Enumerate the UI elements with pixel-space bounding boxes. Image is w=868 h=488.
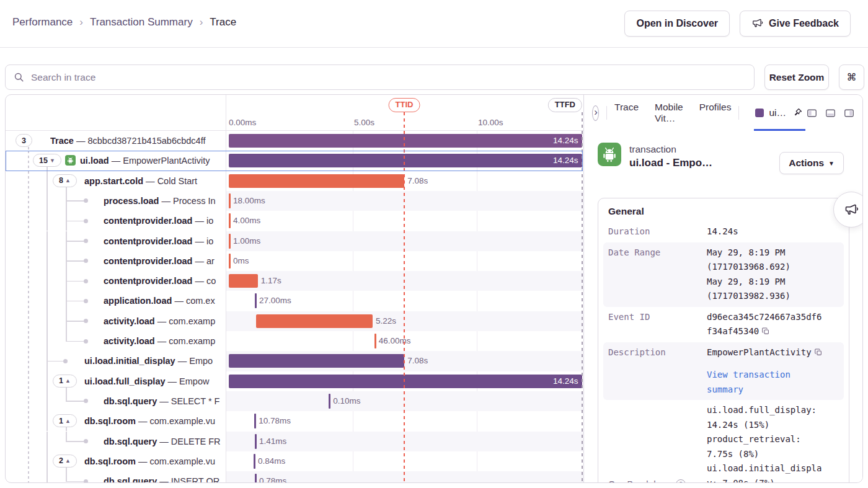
breadcrumb-item-trace[interactable]: Trace	[210, 16, 236, 29]
actions-button[interactable]: Actions ▼	[779, 152, 844, 174]
span-tick[interactable]	[329, 394, 330, 409]
tree-connector	[28, 211, 29, 231]
span-tick[interactable]	[374, 334, 376, 348]
search-input[interactable]	[30, 71, 746, 84]
span-bar[interactable]: 14.24s	[229, 134, 582, 148]
copy-icon[interactable]	[761, 327, 770, 335]
tree-node-dot	[84, 299, 88, 303]
shortcut-key-button[interactable]: ⌘	[839, 64, 864, 90]
layout-right-button[interactable]	[843, 107, 856, 120]
trace-row-activity.load[interactable]: activity.load — com.examp46.00ms	[6, 331, 583, 351]
trace-row-db.sql.room[interactable]: 2▲db.sql.room — com.example.vu0.84ms	[6, 451, 583, 471]
axis-tick-2: 10.00s	[478, 118, 503, 127]
trace-row-ui.load[interactable]: 15▼ui.load — EmpowerPlantActivity14.24s	[6, 151, 583, 171]
tab-profiles[interactable]: Profiles	[699, 102, 732, 124]
tab-trace[interactable]: Trace	[614, 102, 639, 124]
tree-connector	[46, 291, 48, 311]
layout-left-button[interactable]	[805, 107, 818, 120]
field-value: EmpowerPlantActivityView transaction sum…	[707, 345, 825, 397]
span-tick[interactable]	[229, 193, 231, 208]
breadcrumb-item-transaction-summary[interactable]: Transaction Summary	[90, 16, 193, 29]
span-duration-label: 7.08s	[407, 171, 428, 191]
trace-row-contentprovider.load[interactable]: contentprovider.load — io4.00ms	[6, 211, 583, 231]
trace-row-db.sql.query[interactable]: db.sql.query — INSERT OR0.78ms	[6, 471, 583, 483]
trace-row-activity.load[interactable]: activity.load — com.examp5.22s	[6, 311, 583, 331]
span-bar[interactable]	[229, 354, 404, 368]
span-tick[interactable]	[254, 454, 255, 469]
row-expand-toggle[interactable]: 2▲	[53, 455, 77, 468]
trace-row-contentprovider.load[interactable]: contentprovider.load — ar0ms	[6, 251, 583, 271]
drawer-tabs: TraceMobile Vit…Profiles	[614, 102, 731, 124]
tree-connector	[46, 411, 48, 431]
ttid-badge[interactable]: TTID	[389, 98, 420, 112]
tree-connector	[66, 331, 67, 341]
copy-icon[interactable]	[814, 348, 823, 357]
span-tick[interactable]	[255, 434, 257, 449]
span-tick[interactable]	[229, 234, 231, 249]
field-ops-breakdown: Ops Breakdown?ui.load.full_display: 14.2…	[603, 400, 844, 483]
megaphone-icon	[751, 17, 763, 31]
view-transaction-summary-link[interactable]: View transaction summary	[707, 368, 825, 397]
tree-node-dot	[84, 439, 88, 443]
row-stripe	[226, 391, 583, 411]
trace-row-contentprovider.load[interactable]: contentprovider.load — co1.17s	[6, 271, 583, 291]
span-duration-label: 5.22s	[376, 311, 396, 331]
drawer-collapse-button[interactable]: ›	[592, 105, 599, 121]
open-in-discover-button[interactable]: Open in Discover	[624, 11, 730, 37]
row-expand-toggle[interactable]: 1▲	[53, 414, 77, 427]
trace-row-ui.load.initial_display[interactable]: ui.load.initial_display — Empo7.08s	[6, 351, 583, 371]
row-expand-toggle[interactable]: 15▼	[33, 154, 61, 167]
span-bar[interactable]: 14.24s	[229, 375, 582, 388]
transaction-header: transaction ui.load - Empo…	[598, 143, 712, 169]
tree-timeline-divider[interactable]	[226, 95, 226, 482]
help-icon[interactable]: ?	[676, 479, 686, 483]
trace-row-Trace[interactable]: 3Trace — 8cbbcd38721b415ab6cbdc4ff14.24s	[6, 131, 583, 151]
tab-mobile-vit[interactable]: Mobile Vit…	[655, 102, 683, 124]
field-event-id: Event IDd96eca345c724667a35df6f34af45340	[603, 307, 844, 342]
span-tick[interactable]	[229, 254, 231, 268]
breadcrumb-item-performance[interactable]: Performance	[12, 16, 73, 29]
span-bar[interactable]: 14.24s	[229, 154, 582, 167]
pin-tab-button[interactable]	[791, 106, 804, 119]
tab-bar-divider	[738, 106, 739, 120]
axis-tick-1: 5.00s	[354, 118, 374, 127]
tree-node-dot	[84, 399, 88, 403]
field-date-range: Date RangeMay 29, 8:19 PM(1717013968.692…	[603, 242, 844, 307]
row-expand-toggle[interactable]: 8▲	[53, 174, 77, 187]
trace-row-db.sql.room[interactable]: 1▲db.sql.room — com.example.vu10.78ms	[6, 411, 583, 431]
trace-row-app.start.cold[interactable]: 8▲app.start.cold — Cold Start7.08s	[6, 171, 583, 191]
span-tick[interactable]	[255, 293, 257, 308]
span-duration-label: 1.41ms	[259, 432, 286, 451]
row-expand-toggle[interactable]: 3	[16, 134, 32, 147]
span-duration-label: 0.78ms	[259, 471, 286, 483]
trace-row-process.load[interactable]: process.load — Process In18.00ms	[6, 191, 583, 211]
tree-connector	[66, 260, 84, 262]
span-tick[interactable]	[255, 474, 257, 483]
reset-zoom-button[interactable]: Reset Zoom	[764, 64, 829, 90]
tab-active-span[interactable]: ui…	[754, 95, 805, 131]
android-icon	[65, 155, 76, 166]
row-expand-toggle[interactable]: 1▲	[53, 375, 77, 388]
trace-row-db.sql.query[interactable]: db.sql.query — SELECT * F0.10ms	[6, 391, 583, 411]
span-bar[interactable]	[229, 174, 404, 188]
trace-row-contentprovider.load[interactable]: contentprovider.load — io1.00ms	[6, 231, 583, 251]
span-bar[interactable]	[229, 274, 258, 288]
span-label: contentprovider.load — co	[104, 271, 224, 291]
trace-row-db.sql.query[interactable]: db.sql.query — DELETE FR1.41ms	[6, 432, 583, 451]
trace-row-ui.load.full_display[interactable]: 1▲ui.load.full_display — Empow14.24s	[6, 371, 583, 391]
span-label: activity.load — com.examp	[104, 311, 224, 331]
trace-row-application.load[interactable]: application.load — com.ex27.00ms	[6, 291, 583, 311]
span-tick[interactable]	[254, 414, 256, 428]
tree-connector	[28, 471, 29, 483]
field-value: ui.load.full_display: 14.24s (15%)produc…	[707, 403, 825, 483]
layout-bottom-button[interactable]	[824, 107, 837, 120]
span-duration-label: 14.24s	[553, 134, 578, 148]
field-label: Description	[608, 345, 707, 360]
span-label: ui.load.initial_display — Empo	[84, 351, 224, 371]
span-bar[interactable]	[256, 314, 373, 328]
tree-connector	[28, 371, 29, 391]
tree-connector	[46, 231, 48, 251]
span-tick[interactable]	[229, 213, 231, 228]
give-feedback-button[interactable]: Give Feedback	[740, 11, 851, 37]
ttfd-badge[interactable]: TTFD	[548, 98, 582, 112]
